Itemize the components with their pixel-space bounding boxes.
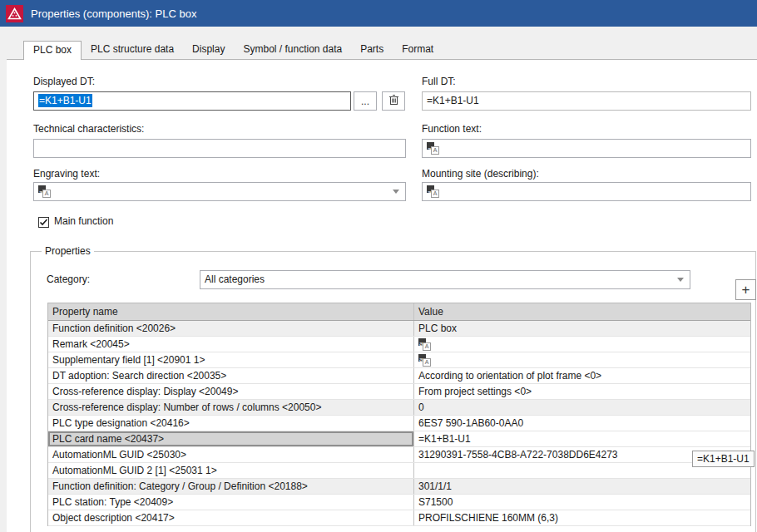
property-name-cell[interactable]: PLC type designation <20416>	[48, 416, 414, 431]
property-name-cell[interactable]: Supplementary field [1] <20901 1>	[48, 352, 414, 367]
table-row: AutomationML GUID <25030> 31290391-7558-…	[48, 447, 750, 463]
table-row: PLC type designation <20416> 6ES7 590-1A…	[48, 416, 750, 431]
ellipsis-icon: ...	[361, 96, 369, 107]
property-value-cell[interactable]	[414, 337, 750, 352]
title-bar[interactable]: Properties (components): PLC box	[0, 0, 757, 27]
chevron-down-icon	[677, 278, 684, 282]
displayed-dt-label: Displayed DT:	[33, 76, 95, 87]
displayed-dt-delete-button[interactable]	[382, 91, 405, 111]
properties-dialog: Properties (components): PLC box PLC box…	[0, 0, 757, 532]
table-row: Cross-reference display: Number of rows …	[48, 400, 750, 416]
dt-tooltip: =K1+B1-U1	[692, 451, 755, 467]
property-name-cell[interactable]: Cross-reference display: Display <20049>	[48, 384, 414, 399]
main-function-label: Main function	[54, 215, 113, 227]
property-name-cell[interactable]: Object description <20417>	[48, 510, 414, 525]
add-property-button[interactable]: +	[735, 279, 756, 300]
property-value-cell[interactable]: 301/1/1	[414, 479, 750, 494]
property-name-cell[interactable]: PLC card name <20437>	[48, 431, 414, 446]
trash-icon	[388, 94, 399, 108]
property-value-cell[interactable]	[414, 352, 750, 367]
property-value-cell[interactable]: S71500	[414, 495, 750, 510]
engraving-text-label: Engraving text:	[33, 168, 100, 180]
table-row: PLC station: Type <20409> S71500	[48, 495, 750, 510]
multilanguage-text-icon	[427, 142, 439, 155]
property-value-cell[interactable]: PLC box	[414, 321, 750, 336]
mounting-site-label: Mounting site (describing):	[422, 168, 539, 180]
full-dt-label: Full DT:	[422, 76, 456, 87]
table-row: Function definition <20026> PLC box	[48, 321, 750, 337]
property-grid: Property name Value Function definition …	[47, 303, 751, 526]
main-function-checkbox[interactable]	[38, 217, 49, 228]
table-row: Supplementary field [1] <20901 1>	[48, 352, 750, 368]
tab-format[interactable]: Format	[393, 41, 443, 59]
property-value-cell[interactable]: According to orientation of plot frame <…	[414, 368, 750, 383]
table-row-selected: PLC card name <20437> =K1+B1-U1	[48, 431, 750, 447]
multilanguage-text-icon	[38, 185, 51, 198]
multilanguage-text-icon	[427, 185, 439, 198]
property-name-cell[interactable]: Function definition <20026>	[48, 321, 414, 336]
table-row: Remark <20045>	[48, 337, 750, 352]
technical-characteristics-label: Technical characteristics:	[33, 123, 144, 135]
window-title: Properties (components): PLC box	[31, 7, 196, 20]
property-value-cell[interactable]: =K1+B1-U1	[414, 431, 750, 446]
tab-display[interactable]: Display	[183, 41, 234, 59]
property-value-cell[interactable]: From project settings <0>	[414, 384, 750, 399]
property-name-cell[interactable]: DT adoption: Search direction <20035>	[48, 368, 414, 383]
displayed-dt-input[interactable]: =K1+B1-U1	[33, 91, 351, 111]
table-row: AutomationML GUID 2 [1] <25031 1>	[48, 463, 750, 479]
property-name-cell[interactable]: AutomationML GUID 2 [1] <25031 1>	[48, 463, 414, 478]
grid-header-row: Property name Value	[48, 303, 750, 321]
engraving-text-combo[interactable]	[33, 182, 406, 201]
chevron-down-icon	[393, 190, 399, 194]
property-name-cell[interactable]: AutomationML GUID <25030>	[48, 447, 414, 462]
full-dt-field: =K1+B1-U1	[422, 91, 751, 111]
displayed-dt-selected-text: =K1+B1-U1	[38, 94, 92, 107]
category-value: All categories	[205, 273, 265, 285]
property-name-cell[interactable]: Cross-reference display: Number of rows …	[48, 400, 414, 415]
table-row: Function definition: Category / Group / …	[48, 479, 750, 495]
property-value-cell[interactable]: 0	[414, 400, 750, 415]
table-row: Cross-reference display: Display <20049>…	[48, 384, 750, 400]
tab-parts[interactable]: Parts	[351, 41, 393, 59]
tab-strip: PLC box PLC structure data Display Symbo…	[23, 41, 443, 60]
property-value-cell[interactable]: PROFILSCHIENE 160MM (6,3)	[414, 510, 750, 525]
table-row: Object description <20417> PROFILSCHIENE…	[48, 510, 750, 526]
column-header-value: Value	[414, 303, 750, 320]
table-row: DT adoption: Search direction <20035> Ac…	[48, 368, 750, 384]
displayed-dt-browse-button[interactable]: ...	[354, 91, 377, 111]
eplan-logo-icon	[6, 5, 23, 22]
plus-icon: +	[742, 283, 750, 297]
category-label: Category:	[47, 273, 90, 285]
property-name-cell[interactable]: Remark <20045>	[48, 337, 414, 352]
properties-groupbox-title: Properties	[42, 245, 94, 257]
category-combo[interactable]: All categories	[200, 270, 690, 289]
property-name-cell[interactable]: PLC station: Type <20409>	[48, 495, 414, 510]
function-text-label: Function text:	[422, 123, 482, 135]
multilanguage-text-icon	[418, 354, 431, 367]
technical-characteristics-input[interactable]	[33, 139, 406, 158]
full-dt-value: =K1+B1-U1	[427, 95, 479, 106]
column-header-property-name: Property name	[48, 303, 414, 320]
tab-plc-structure-data[interactable]: PLC structure data	[82, 41, 183, 59]
property-name-cell[interactable]: Function definition: Category / Group / …	[48, 479, 414, 494]
multilanguage-text-icon	[418, 338, 431, 351]
checkmark-icon	[39, 218, 48, 227]
mounting-site-field[interactable]	[422, 182, 751, 201]
function-text-field[interactable]	[422, 139, 751, 158]
tab-symbol-function-data[interactable]: Symbol / function data	[234, 41, 351, 59]
property-value-cell[interactable]: 6ES7 590-1AB60-0AA0	[414, 416, 750, 431]
tab-plc-box[interactable]: PLC box	[23, 41, 82, 60]
